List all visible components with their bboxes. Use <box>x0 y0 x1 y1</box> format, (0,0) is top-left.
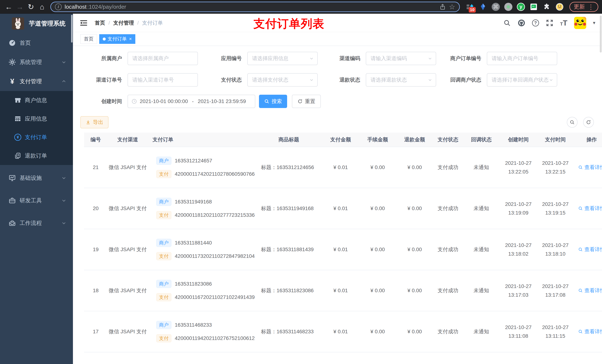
extensions-row: 10 ⌘ y <box>466 3 564 11</box>
close-icon[interactable]: × <box>129 36 132 42</box>
reset-label: 重置 <box>305 98 315 105</box>
browser-reload-button[interactable]: ↻ <box>26 2 36 12</box>
extension-command-icon[interactable]: ⌘ <box>492 3 500 11</box>
bookmark-star-icon[interactable]: ☆ <box>449 3 455 11</box>
search-icon <box>578 329 583 334</box>
sidebar-scrollbar[interactable] <box>71 15 73 42</box>
extension-kite-icon[interactable] <box>479 3 487 11</box>
page-scrollbar[interactable] <box>600 16 602 52</box>
refresh-icon <box>586 120 591 125</box>
channel-code-select[interactable]: 请输入渠道编码 <box>366 52 436 65</box>
merchant-input[interactable] <box>128 52 198 65</box>
view-detail-link[interactable]: 查看详情 <box>578 328 602 335</box>
browser-profile-avatar[interactable] <box>555 3 564 11</box>
avatar-caret-icon[interactable]: ▾ <box>593 20 595 26</box>
cell-channel: 微信 JSAPI 支付 <box>107 246 148 253</box>
view-detail-link[interactable]: 查看详情 <box>578 287 602 294</box>
merchant-tag: 商户 <box>156 321 172 329</box>
help-icon[interactable]: ? <box>532 20 539 26</box>
cell-title: 标题：1635311949168 <box>256 205 322 212</box>
search-label: 搜索 <box>272 98 282 105</box>
chevron-down-icon <box>549 77 553 82</box>
cell-title: 标题：1635311823086 <box>256 287 322 294</box>
table-row: 21 微信 JSAPI 支付 商户1635312124657 支付4200001… <box>84 147 602 188</box>
app-select[interactable]: 请选择应用信息 <box>247 52 318 65</box>
cell-paid: 2021-10-2713:18:10 <box>537 242 574 257</box>
extension-y-icon[interactable]: y <box>517 3 525 11</box>
extension-chat-icon[interactable] <box>529 3 538 11</box>
toggle-search-button[interactable] <box>567 117 578 128</box>
sidebar-item-app-info[interactable]: 应用信息 <box>0 110 73 128</box>
sidebar-item-pay-order[interactable]: ¥ 支付订单 <box>0 128 73 146</box>
sidebar-item-infra[interactable]: 基础设施 <box>0 168 73 187</box>
channel-order-no-input[interactable] <box>128 73 198 87</box>
github-icon[interactable] <box>517 19 525 27</box>
col-id: 编号 <box>84 136 107 143</box>
refresh-icon <box>298 99 303 104</box>
search-icon[interactable] <box>503 19 511 27</box>
sidebar-item-refund-order[interactable]: 退款订单 <box>0 146 73 165</box>
collapse-sidebar-icon[interactable] <box>80 19 88 27</box>
extension-puzzle-icon[interactable] <box>542 3 551 11</box>
sidebar-item-devtools[interactable]: 研发工具 <box>0 191 73 210</box>
pay-order-no: 4200001194202110276752100612 <box>175 335 255 341</box>
share-icon[interactable] <box>439 3 446 10</box>
cell-order: 商户1635311949168 支付4200001181202110277723… <box>148 198 256 219</box>
cell-paid: 2021-10-2713:11:15 <box>537 324 574 339</box>
sidebar-item-home[interactable]: 首页 <box>0 33 73 52</box>
cell-amount: ¥ 0.01 <box>322 206 359 211</box>
t-small: T <box>560 22 563 26</box>
refund-status-select[interactable]: 请选择退款状态 <box>366 73 436 87</box>
breadcrumb-current: 支付订单 <box>142 20 163 26</box>
fullscreen-icon[interactable] <box>546 19 553 27</box>
question-glyph: ? <box>534 20 537 26</box>
cell-notify: 未通知 <box>463 287 500 294</box>
col-amount: 支付金额 <box>322 136 359 143</box>
tab-home[interactable]: 首页 <box>80 34 97 44</box>
create-time-label: 创建时间 <box>80 98 128 105</box>
site-info-icon[interactable]: i <box>55 3 62 10</box>
cell-id: 18 <box>84 288 107 293</box>
sidebar-item-system[interactable]: 系统管理 <box>0 52 73 72</box>
refresh-table-button[interactable] <box>583 117 594 128</box>
reset-button[interactable]: 重置 <box>292 95 321 108</box>
cell-amount: ¥ 0.01 <box>322 165 359 170</box>
chevron-down-icon <box>309 56 314 61</box>
create-time-range-input[interactable]: 2021-10-01 00:00:00 - 2021-10-31 23:59:5… <box>128 95 255 108</box>
view-detail-link[interactable]: 查看详情 <box>578 246 602 253</box>
sidebar-item-workflow[interactable]: 工作流程 <box>0 213 73 233</box>
view-detail-link[interactable]: 查看详情 <box>578 164 602 171</box>
store-icon <box>14 96 22 104</box>
pay-order-no: 4200001173202110272847982104 <box>175 253 255 259</box>
breadcrumb-payment[interactable]: 支付管理 <box>113 20 134 26</box>
cell-amount: ¥ 0.01 <box>322 329 359 335</box>
notify-status-select[interactable]: 请选择订单回调商户状态 <box>487 73 557 87</box>
user-avatar[interactable] <box>574 17 586 29</box>
chevron-down-icon <box>61 175 67 181</box>
view-detail-link[interactable]: 查看详情 <box>578 205 602 212</box>
sidebar-item-merchant-info[interactable]: 商户信息 <box>0 91 73 110</box>
tab-pay-order[interactable]: 支付订单 × <box>99 34 135 44</box>
address-bar[interactable]: i localhost:1024/pay/order ☆ <box>50 2 460 12</box>
breadcrumb-separator: / <box>137 20 139 26</box>
font-size-icon[interactable]: TT <box>560 20 567 26</box>
col-title: 商品标题 <box>256 136 322 143</box>
export-button[interactable]: 导出 <box>80 116 108 128</box>
extension-status-icon[interactable] <box>504 3 512 11</box>
merchant-order-no: 1635311468233 <box>175 322 212 328</box>
app-logo[interactable]: 芋道管理系统 <box>0 14 73 33</box>
browser-home-button[interactable]: ⌂ <box>37 2 47 12</box>
pay-status-select[interactable]: 请选择支付状态 <box>247 73 318 87</box>
merchant-order-no-input[interactable] <box>487 52 557 65</box>
search-icon <box>570 120 575 125</box>
cell-notify: 未通知 <box>463 164 500 171</box>
extension-workflow-icon[interactable]: 10 <box>466 3 474 11</box>
toolbox-icon <box>8 219 16 227</box>
sidebar-item-payment[interactable]: ¥ 支付管理 <box>0 72 73 91</box>
breadcrumb-home[interactable]: 首页 <box>95 20 105 26</box>
browser-update-button[interactable]: 更新 ⋮ <box>570 2 598 12</box>
search-button[interactable]: 搜索 <box>259 95 287 108</box>
browser-forward-button[interactable]: → <box>15 2 25 12</box>
browser-menu-icon[interactable]: ⋮ <box>588 3 594 10</box>
browser-back-button[interactable]: ← <box>4 2 14 12</box>
